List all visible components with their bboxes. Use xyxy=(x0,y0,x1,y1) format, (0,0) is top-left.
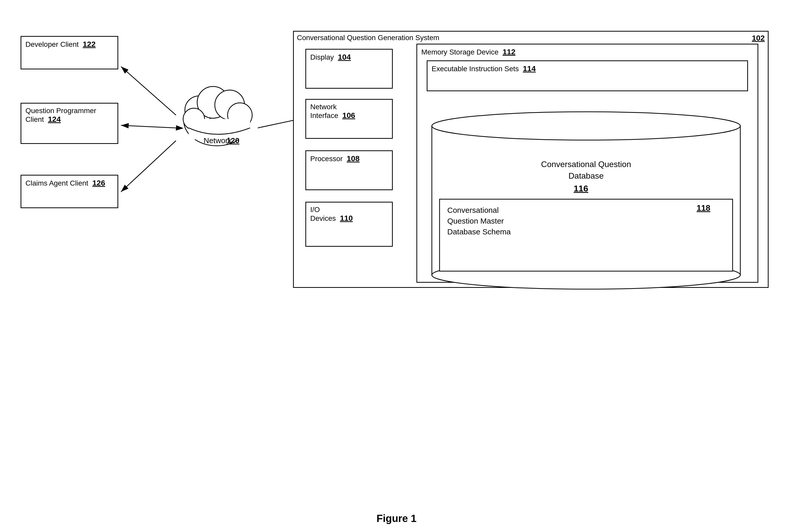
network-ref: 120 xyxy=(226,136,239,145)
network-interface-ref: 106 xyxy=(342,111,355,119)
question-programmer-ref: 124 xyxy=(48,115,61,124)
svg-text:118: 118 xyxy=(697,203,710,212)
svg-text:116: 116 xyxy=(574,184,588,193)
io-devices-box: I/ODevices 110 xyxy=(305,202,393,247)
svg-text:Conversational Question: Conversational Question xyxy=(541,159,631,169)
io-devices-ref: 110 xyxy=(340,214,353,222)
executable-ref: 114 xyxy=(523,64,536,73)
processor-box: Processor 108 xyxy=(305,150,393,190)
developer-client-label: Developer Client xyxy=(25,40,79,48)
svg-point-7 xyxy=(215,90,244,119)
svg-point-8 xyxy=(227,103,252,127)
svg-line-13 xyxy=(121,140,176,192)
developer-client-box: Developer Client 122 xyxy=(21,36,118,70)
question-programmer-label: Question ProgrammerClient xyxy=(25,107,96,124)
network-interface-box: NetworkInterface 106 xyxy=(305,99,393,139)
developer-client-ref: 122 xyxy=(83,40,96,48)
svg-point-6 xyxy=(197,87,229,118)
processor-ref: 108 xyxy=(347,154,360,163)
svg-text:Question Master: Question Master xyxy=(447,217,504,225)
display-ref: 104 xyxy=(338,53,351,61)
claims-agent-label: Claims Agent Client xyxy=(25,179,88,187)
svg-point-5 xyxy=(185,96,213,124)
network-cloud xyxy=(183,87,252,146)
svg-text:Database Schema: Database Schema xyxy=(447,227,511,236)
memory-storage-label: Memory Storage Device xyxy=(421,48,498,56)
network-label: Network xyxy=(204,136,232,145)
display-label: Display xyxy=(310,53,334,61)
claims-agent-box: Claims Agent Client 126 xyxy=(21,175,118,208)
processor-label: Processor xyxy=(310,155,343,163)
claims-agent-ref: 126 xyxy=(92,178,105,187)
executable-box: Executable Instruction Sets 114 xyxy=(427,60,748,91)
memory-storage-ref: 112 xyxy=(503,48,515,56)
svg-point-4 xyxy=(184,95,250,146)
svg-point-17 xyxy=(432,112,740,140)
svg-line-11 xyxy=(121,66,176,115)
question-programmer-box: Question ProgrammerClient 124 xyxy=(21,103,118,144)
network-interface-label: NetworkInterface xyxy=(310,103,338,119)
display-box: Display 104 xyxy=(305,49,393,89)
svg-rect-10 xyxy=(189,119,250,139)
svg-text:Conversational: Conversational xyxy=(447,206,499,214)
executable-label: Executable Instruction Sets xyxy=(432,65,519,73)
svg-point-9 xyxy=(183,108,205,130)
svg-text:Database: Database xyxy=(569,171,604,180)
database-svg: Conversational Question Database 116 Con… xyxy=(421,111,751,290)
system-title: Conversational Question Generation Syste… xyxy=(297,34,439,42)
figure-caption: Figure 1 xyxy=(377,513,417,524)
svg-line-12 xyxy=(121,126,176,128)
system-ref: 102 xyxy=(752,34,765,42)
io-devices-label: I/ODevices xyxy=(310,206,336,222)
